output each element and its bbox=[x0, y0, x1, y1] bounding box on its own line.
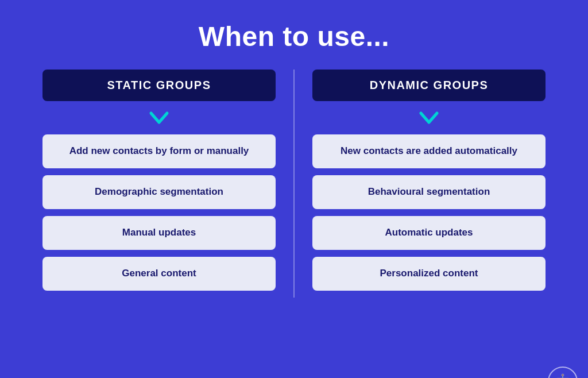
list-item: General content bbox=[42, 257, 276, 291]
logo-badge: 🤖 bbox=[548, 367, 578, 378]
list-item: Manual updates bbox=[42, 216, 276, 250]
page-title: When to use... bbox=[199, 21, 389, 52]
dynamic-groups-chevron bbox=[419, 109, 439, 128]
list-item: Demographic segmentation bbox=[42, 175, 276, 209]
column-divider bbox=[293, 70, 295, 298]
dynamic-groups-column: DYNAMIC GROUPS New contacts are added au… bbox=[294, 70, 564, 298]
columns-container: STATIC GROUPS Add new contacts by form o… bbox=[24, 70, 564, 298]
list-item: Behavioural segmentation bbox=[312, 175, 546, 209]
dynamic-groups-header: DYNAMIC GROUPS bbox=[312, 70, 546, 101]
list-item: Automatic updates bbox=[312, 216, 546, 250]
static-groups-header: STATIC GROUPS bbox=[42, 70, 276, 101]
list-item: New contacts are added automatically bbox=[312, 134, 546, 168]
static-groups-column: STATIC GROUPS Add new contacts by form o… bbox=[24, 70, 294, 298]
list-item: Add new contacts by form or manually bbox=[42, 134, 276, 168]
list-item: Personalized content bbox=[312, 257, 546, 291]
static-groups-chevron bbox=[149, 109, 169, 128]
